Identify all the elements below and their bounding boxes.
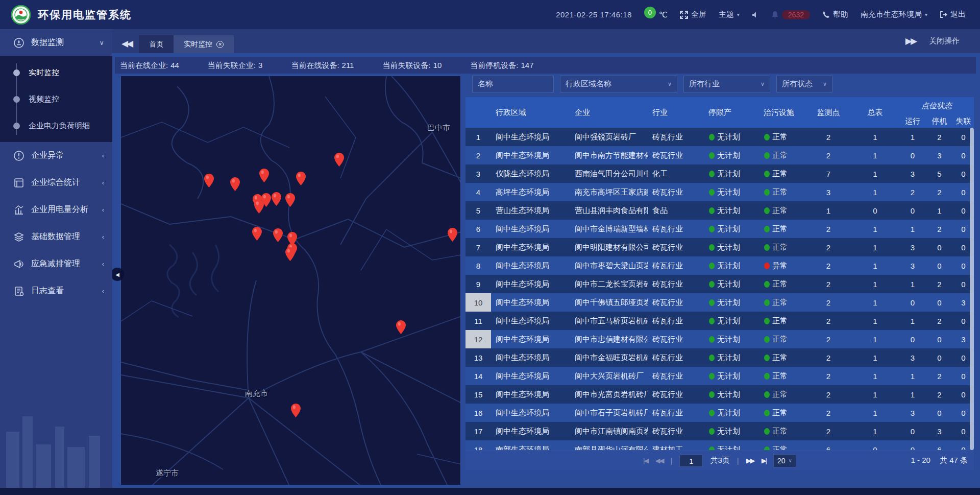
enterprise-cell[interactable]: 阆中市五马桥页岩机砖 — [570, 312, 648, 330]
page-size-select[interactable]: 20 ∨ — [773, 454, 796, 467]
table-row[interactable]: 1阆中生态环境局阆中强锐页岩砖厂砖瓦行业无计划正常21120 — [465, 128, 974, 146]
next-page-button[interactable]: ▶▶ — [746, 457, 754, 464]
map-marker-icon[interactable] — [230, 177, 240, 191]
sidebar-item-1[interactable]: 数据监测∨ — [0, 29, 112, 56]
sidebar-item-7[interactable]: 日志查看‹ — [0, 277, 112, 304]
column-header[interactable]: 行政区域 — [491, 97, 570, 128]
table-row[interactable]: 8阆中生态环境局阆中市枣碧大梁山页岩砖瓦行业无计划异常21300 — [465, 256, 974, 275]
map-marker-icon[interactable] — [396, 320, 406, 334]
map-marker-icon[interactable] — [296, 172, 306, 185]
table-row[interactable]: 5营山生态环境局营山县润丰肉食品有限食品无计划正常10010 — [465, 201, 974, 220]
column-header[interactable]: 企业 — [570, 97, 648, 128]
table-row[interactable]: 12阆中生态环境局阆中市忠信建材有限公砖瓦行业无计划正常21003 — [465, 330, 974, 348]
table-row[interactable]: 14阆中生态环境局阆中大兴页岩机砖厂砖瓦行业无计划正常21120 — [465, 367, 974, 385]
map-panel[interactable]: 巴中市南充市遂宁市 — [120, 76, 461, 485]
table-row[interactable]: 3仪陇生态环境局西南油气田分公司川中化工无计划正常71350 — [465, 164, 974, 183]
map-marker-icon[interactable] — [285, 193, 295, 207]
column-header[interactable]: 监测点 — [806, 97, 851, 128]
tab-close-icon[interactable]: ✕ — [216, 41, 224, 48]
user-org-dropdown[interactable]: 南充市生态环境局 ▾ — [861, 10, 927, 19]
enterprise-cell[interactable]: 阆中市忠信建材有限公 — [570, 330, 648, 348]
enterprise-cell[interactable]: 营山县润丰肉食品有限 — [570, 201, 648, 220]
enterprise-cell[interactable]: 阆中千佛镇五郎垭页岩 — [570, 293, 648, 312]
name-search-input[interactable]: 名称 — [472, 76, 554, 92]
tab-实时监控[interactable]: 实时监控✕ — [174, 35, 234, 53]
table-row[interactable]: 17阆中生态环境局阆中市江南镇阆南页岩砖瓦行业无计划正常21030 — [465, 422, 974, 440]
industry-select[interactable]: 所有行业 ∨ — [683, 76, 770, 92]
column-header[interactable]: 总表 — [851, 97, 899, 128]
column-header[interactable]: 行业 — [648, 97, 704, 128]
page-number-input[interactable]: 1 — [679, 455, 703, 467]
sidebar-item-2[interactable]: 企业异常‹ — [0, 142, 112, 169]
enterprise-cell[interactable]: 阆中明阳建材有限公司 — [570, 238, 648, 256]
enterprise-cell[interactable]: 阆中强锐页岩砖厂 — [570, 128, 648, 146]
enterprise-cell[interactable]: 阆中市南方节能建材有 — [570, 146, 648, 164]
map-marker-icon[interactable] — [334, 153, 344, 167]
table-row[interactable]: 7阆中生态环境局阆中明阳建材有限公司砖瓦行业无计划正常21300 — [465, 238, 974, 256]
status-select[interactable]: 所有状态 ∨ — [776, 76, 832, 92]
table-row[interactable]: 11阆中生态环境局阆中市五马桥页岩机砖砖瓦行业无计划正常21120 — [465, 312, 974, 330]
sidebar-item-5[interactable]: 基础数据管理‹ — [0, 223, 112, 250]
prev-page-button[interactable]: ◀◀ — [655, 457, 663, 464]
table-row[interactable]: 16阆中生态环境局阆中市石子页岩机砖厂砖瓦行业无计划正常21300 — [465, 404, 974, 422]
enterprise-cell[interactable]: 南充市高坪区王家店建 — [570, 183, 648, 201]
enterprise-cell[interactable]: 阆中市江南镇阆南页岩 — [570, 422, 648, 440]
first-page-button[interactable]: |◀ — [643, 457, 648, 464]
column-header[interactable]: 治污设施 — [759, 97, 806, 128]
column-header[interactable] — [465, 97, 491, 128]
table-row[interactable]: 6阆中生态环境局阆中市金博瑞新型墙材砖瓦行业无计划正常21120 — [465, 220, 974, 238]
status-label: 当前在线设备: — [291, 61, 339, 69]
sidebar-item-6[interactable]: 应急减排管理‹ — [0, 250, 112, 277]
notifications-button[interactable]: 2632 — [771, 10, 810, 19]
map-marker-icon[interactable] — [259, 169, 269, 182]
map-marker-icon[interactable] — [273, 228, 283, 242]
table-scrollbar[interactable] — [970, 128, 974, 450]
fullscreen-button[interactable]: 全屏 — [680, 10, 706, 19]
sidebar-item-3[interactable]: 企业综合统计‹ — [0, 169, 112, 196]
table-row[interactable]: 15阆中生态环境局阆中市光富页岩机砖厂砖瓦行业无计划正常21120 — [465, 385, 974, 404]
close-operations-button[interactable]: 关闭操作 — [929, 36, 960, 46]
map-marker-icon[interactable] — [254, 200, 264, 214]
sidebar-subitem-实时监控[interactable]: 实时监控 — [0, 59, 112, 86]
map-marker-icon[interactable] — [285, 247, 295, 261]
sidebar-subitem-视频监控[interactable]: 视频监控 — [0, 86, 112, 112]
last-page-button[interactable]: ▶| — [762, 457, 766, 464]
enterprise-cell[interactable]: 阆中市光富页岩机砖厂 — [570, 385, 648, 404]
table-row[interactable]: 13阆中生态环境局阆中市金福旺页岩机砖砖瓦行业无计划正常21300 — [465, 348, 974, 367]
tabs-scroll-left-icon[interactable]: ◀◀ — [121, 38, 132, 49]
map-marker-icon[interactable] — [252, 227, 262, 241]
map-marker-icon[interactable] — [204, 174, 214, 187]
column-header[interactable]: 停限产 — [704, 97, 759, 128]
table-row[interactable]: 18南部生态环境局南部县砚华山河有限公建材加工无计划正常60060 — [465, 440, 974, 450]
tabs-scroll-right-icon[interactable]: ▶▶ — [905, 36, 916, 46]
sidebar-subitem-企业电力负荷明细[interactable]: 企业电力负荷明细 — [0, 112, 112, 139]
theme-dropdown[interactable]: 主题 ▾ — [719, 10, 740, 19]
enterprise-cell[interactable]: 阆中市石子页岩机砖厂 — [570, 404, 648, 422]
table-row[interactable]: 4高坪生态环境局南充市高坪区王家店建砖瓦行业无计划正常31220 — [465, 183, 974, 201]
logout-button[interactable]: 退出 — [940, 10, 966, 19]
column-subheader[interactable]: 失联 — [953, 114, 974, 128]
enterprise-cell[interactable]: 阆中市二龙长宝页岩砖 — [570, 275, 648, 293]
table-row[interactable]: 10阆中生态环境局阆中千佛镇五郎垭页岩砖瓦行业无计划正常21003 — [465, 293, 974, 312]
map-marker-icon[interactable] — [291, 404, 301, 417]
enterprise-cell[interactable]: 南部县砚华山河有限公 — [570, 440, 648, 450]
table-row[interactable]: 2阆中生态环境局阆中市南方节能建材有砖瓦行业无计划正常21030 — [465, 146, 974, 164]
enterprise-cell[interactable]: 阆中大兴页岩机砖厂 — [570, 367, 648, 385]
mute-button[interactable] — [752, 11, 759, 18]
table-row[interactable]: 9阆中生态环境局阆中市二龙长宝页岩砖砖瓦行业无计划正常21120 — [465, 275, 974, 293]
column-subheader[interactable]: 停机 — [926, 114, 953, 128]
enterprise-cell[interactable]: 西南油气田分公司川中 — [570, 164, 648, 183]
help-button[interactable]: 帮助 — [822, 10, 848, 19]
sidebar-item-4[interactable]: 企业用电量分析‹ — [0, 196, 112, 223]
enterprise-cell[interactable]: 阆中市金福旺页岩机砖 — [570, 348, 648, 367]
map-marker-icon[interactable] — [448, 228, 457, 242]
enterprise-cell[interactable]: 阆中市枣碧大梁山页岩 — [570, 256, 648, 275]
enterprise-cell[interactable]: 阆中市金博瑞新型墙材 — [570, 220, 648, 238]
tab-首页[interactable]: 首页 — [139, 35, 174, 53]
region-select[interactable]: 行政区域名称 ∨ — [560, 76, 677, 92]
sidebar-collapse-button[interactable]: ◀ — [111, 268, 124, 281]
fullscreen-icon — [680, 11, 688, 19]
column-subheader[interactable]: 运行 — [899, 114, 926, 128]
halt-count-cell: 2 — [926, 275, 953, 293]
map-marker-icon[interactable] — [272, 192, 281, 206]
